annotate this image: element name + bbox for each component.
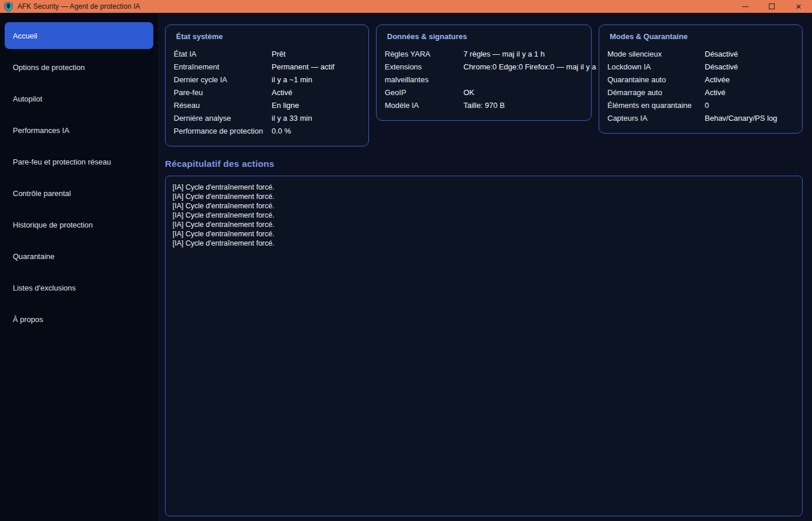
row-label: Dernière analyse (174, 112, 272, 125)
row-value: OK (463, 86, 474, 99)
status-cards-row: État système État IA Prêt Entraînement P… (165, 25, 803, 146)
log-line: [IA] Cycle d'entraînement forcé. (173, 183, 795, 192)
maximize-icon (769, 4, 775, 9)
sidebar-item-listes-exclusions[interactable]: Listes d'exclusions (5, 274, 153, 301)
row-label: Pare-feu (174, 86, 272, 99)
log-line: [IA] Cycle d'entraînement forcé. (173, 192, 795, 201)
maximize-button[interactable] (758, 0, 785, 13)
row-value: Désactivé (705, 48, 738, 61)
sidebar-item-pare-feu[interactable]: Pare-feu et protection réseau (5, 148, 153, 175)
sidebar-item-accueil[interactable]: Accueil (5, 22, 153, 49)
titlebar: AFK Security — Agent de protection IA ✕ (0, 0, 812, 13)
app-shield-icon (4, 2, 13, 12)
row-value: En ligne (272, 99, 299, 112)
sidebar-item-performances-ia[interactable]: Performances IA (5, 117, 153, 144)
sidebar-item-controle-parental[interactable]: Contrôle parental (5, 180, 153, 207)
row-label: Règles YARA (385, 48, 463, 61)
log-line: [IA] Cycle d'entraînement forcé. (173, 211, 795, 220)
status-row: Modèle IA Taille: 970 B (385, 99, 583, 112)
row-label: Modèle IA (385, 99, 463, 112)
row-label: Entraînement (174, 61, 272, 74)
status-row: État IA Prêt (174, 48, 360, 61)
row-value: Désactivé (705, 61, 738, 74)
row-label: Réseau (174, 99, 272, 112)
card-etat-systeme: État système État IA Prêt Entraînement P… (165, 25, 369, 146)
card-title: État système (174, 32, 360, 41)
log-line: [IA] Cycle d'entraînement forcé. (173, 229, 795, 239)
row-value: Activé (705, 86, 725, 99)
main-panel: État système État IA Prêt Entraînement P… (158, 13, 812, 521)
status-row: Dernière analyse il y a 33 min (174, 112, 360, 125)
row-label: GeoIP (385, 86, 463, 99)
row-label: Quarantaine auto (607, 74, 705, 86)
row-label: Extensions malveillantes (385, 61, 463, 86)
sidebar-item-quarantaine[interactable]: Quarantaine (5, 243, 153, 270)
card-donnees-signatures: Données & signatures Règles YARA 7 règle… (376, 25, 592, 121)
status-row: Éléments en quarantaine 0 (607, 99, 794, 112)
status-row: GeoIP OK (385, 86, 583, 99)
row-value: Prêt (272, 48, 286, 61)
close-button[interactable]: ✕ (785, 0, 812, 13)
row-label: Lockdown IA (607, 61, 705, 74)
row-label: Éléments en quarantaine (607, 99, 705, 112)
status-row: Quarantaine auto Activée (607, 74, 794, 86)
row-value: il y a ~1 min (272, 74, 312, 86)
row-label: Dernier cycle IA (174, 74, 272, 86)
minimize-icon (742, 6, 748, 7)
status-row: Démarrage auto Activé (607, 86, 794, 99)
app-body: Accueil Options de protection Autopilot … (0, 13, 812, 521)
row-value: Activée (705, 74, 730, 86)
status-row: Dernier cycle IA il y a ~1 min (174, 74, 360, 86)
status-row: Mode silencieux Désactivé (607, 48, 794, 61)
window-title: AFK Security — Agent de protection IA (17, 2, 140, 11)
window-controls: ✕ (732, 0, 812, 13)
sidebar: Accueil Options de protection Autopilot … (0, 13, 158, 521)
row-value: 0.0 % (272, 125, 291, 138)
log-line: [IA] Cycle d'entraînement forcé. (173, 239, 795, 248)
sidebar-item-a-propos[interactable]: À propos (5, 306, 153, 333)
row-value: 7 règles — maj il y a 1 h (463, 48, 544, 61)
row-label: Mode silencieux (607, 48, 705, 61)
status-row: Performance de protection 0.0 % (174, 125, 360, 138)
sidebar-item-historique[interactable]: Historique de protection (5, 211, 153, 238)
close-icon: ✕ (796, 3, 802, 11)
row-value: il y a 33 min (272, 112, 312, 125)
status-row: Réseau En ligne (174, 99, 360, 112)
row-value: Taille: 970 B (463, 99, 505, 112)
log-line: [IA] Cycle d'entraînement forcé. (173, 201, 795, 211)
row-label: Capteurs IA (607, 112, 705, 125)
actions-summary-heading: Récapitulatif des actions (165, 159, 803, 169)
row-value: 0 (705, 99, 709, 112)
actions-log[interactable]: [IA] Cycle d'entraînement forcé. [IA] Cy… (165, 176, 803, 516)
row-value: Permanent — actif (272, 61, 335, 74)
row-value: Behav/Canary/PS log (705, 112, 777, 125)
status-row: Entraînement Permanent — actif (174, 61, 360, 74)
card-modes-quarantaine: Modes & Quarantaine Mode silencieux Désa… (599, 25, 803, 134)
card-title: Modes & Quarantaine (607, 32, 794, 41)
row-label: État IA (174, 48, 272, 61)
card-title: Données & signatures (385, 32, 583, 41)
sidebar-item-autopilot[interactable]: Autopilot (5, 85, 153, 112)
row-value: Chrome:0 Edge:0 Firefox:0 — maj il y a 1… (463, 61, 609, 86)
sidebar-item-options-de-protection[interactable]: Options de protection (5, 54, 153, 81)
row-value: Activé (272, 86, 292, 99)
status-row: Règles YARA 7 règles — maj il y a 1 h (385, 48, 583, 61)
status-row: Pare-feu Activé (174, 86, 360, 99)
log-line: [IA] Cycle d'entraînement forcé. (173, 220, 795, 229)
status-row: Lockdown IA Désactivé (607, 61, 794, 74)
status-row: Extensions malveillantes Chrome:0 Edge:0… (385, 61, 583, 86)
minimize-button[interactable] (732, 0, 758, 13)
row-label: Performance de protection (174, 125, 272, 138)
status-row: Capteurs IA Behav/Canary/PS log (607, 112, 794, 125)
row-label: Démarrage auto (607, 86, 705, 99)
